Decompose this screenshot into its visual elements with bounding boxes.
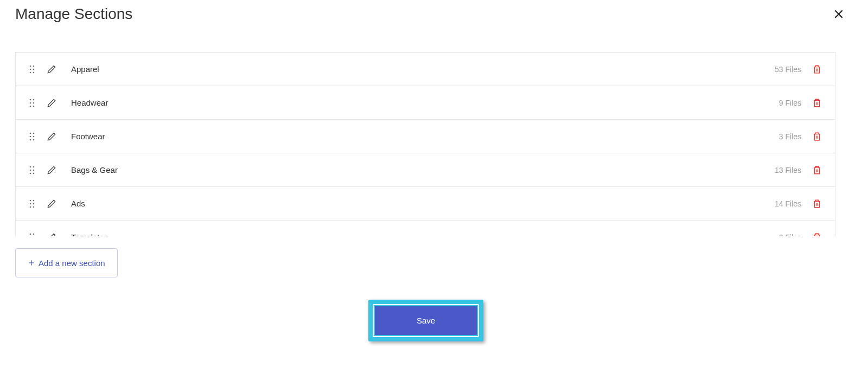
- trash-icon: [812, 64, 822, 74]
- pencil-icon: [46, 131, 57, 142]
- svg-point-31: [33, 206, 35, 208]
- svg-point-12: [30, 105, 31, 107]
- save-button-highlight: Save: [368, 300, 483, 341]
- svg-point-15: [33, 132, 35, 134]
- trash-icon: [812, 199, 822, 209]
- svg-point-18: [30, 139, 31, 140]
- svg-point-23: [33, 169, 35, 171]
- svg-point-25: [33, 172, 35, 174]
- drag-handle-icon: [29, 233, 35, 237]
- svg-point-3: [33, 65, 35, 67]
- section-name-label: Footwear: [71, 132, 779, 141]
- svg-point-5: [33, 68, 35, 70]
- modal-title: Manage Sections: [15, 5, 132, 23]
- svg-point-7: [33, 72, 35, 73]
- svg-point-8: [30, 99, 31, 100]
- svg-point-29: [33, 203, 35, 204]
- svg-point-32: [30, 233, 31, 235]
- drag-handle[interactable]: [29, 99, 35, 107]
- svg-point-9: [33, 99, 35, 100]
- svg-point-30: [30, 206, 31, 208]
- section-name-label: Templates: [71, 232, 779, 236]
- sections-list[interactable]: Apparel 53 Files Headwear 9 Files: [15, 52, 835, 236]
- svg-point-14: [30, 132, 31, 134]
- file-count-label: 0 Files: [779, 233, 801, 237]
- pencil-icon: [46, 232, 57, 237]
- svg-point-4: [30, 68, 31, 70]
- drag-handle[interactable]: [29, 166, 35, 174]
- svg-point-17: [33, 135, 35, 137]
- section-row: Headwear 9 Files: [16, 86, 835, 120]
- drag-handle-icon: [29, 166, 35, 174]
- pencil-icon: [46, 165, 57, 176]
- drag-handle-icon: [29, 199, 35, 208]
- svg-point-10: [30, 102, 31, 104]
- section-row: Bags & Gear 13 Files: [16, 153, 835, 187]
- delete-button[interactable]: [812, 98, 822, 108]
- pencil-icon: [46, 198, 57, 209]
- svg-point-20: [30, 166, 31, 167]
- save-button-label: Save: [417, 316, 435, 325]
- delete-button[interactable]: [812, 232, 822, 237]
- save-button-border: Save: [373, 304, 479, 337]
- section-row: Templates 0 Files: [16, 221, 835, 236]
- section-name-label: Headwear: [71, 98, 779, 107]
- section-name-label: Apparel: [71, 64, 775, 74]
- save-button[interactable]: Save: [375, 306, 477, 335]
- svg-point-16: [30, 135, 31, 137]
- drag-handle-icon: [29, 132, 35, 141]
- pencil-icon: [46, 98, 57, 108]
- trash-icon: [812, 165, 822, 175]
- pencil-icon: [46, 64, 57, 75]
- svg-point-27: [33, 199, 35, 201]
- trash-icon: [812, 98, 822, 108]
- svg-point-13: [33, 105, 35, 107]
- plus-icon: [28, 259, 35, 267]
- file-count-label: 14 Files: [775, 199, 801, 208]
- trash-icon: [812, 132, 822, 141]
- delete-button[interactable]: [812, 132, 822, 141]
- section-name-label: Ads: [71, 199, 775, 208]
- svg-point-24: [30, 172, 31, 174]
- drag-handle[interactable]: [29, 233, 35, 237]
- svg-point-19: [33, 139, 35, 140]
- edit-button[interactable]: [46, 64, 57, 75]
- svg-point-22: [30, 169, 31, 171]
- drag-handle[interactable]: [29, 132, 35, 141]
- close-icon: [833, 9, 844, 20]
- drag-handle[interactable]: [29, 65, 35, 74]
- svg-point-6: [30, 72, 31, 73]
- edit-button[interactable]: [46, 165, 57, 176]
- section-row: Apparel 53 Files: [16, 53, 835, 86]
- delete-button[interactable]: [812, 165, 822, 175]
- add-section-button[interactable]: Add a new section: [15, 248, 118, 277]
- svg-point-26: [30, 199, 31, 201]
- file-count-label: 13 Files: [775, 166, 801, 174]
- drag-handle[interactable]: [29, 199, 35, 208]
- svg-point-28: [30, 203, 31, 204]
- edit-button[interactable]: [46, 131, 57, 142]
- delete-button[interactable]: [812, 64, 822, 74]
- edit-button[interactable]: [46, 198, 57, 209]
- drag-handle-icon: [29, 99, 35, 107]
- trash-icon: [812, 232, 822, 237]
- delete-button[interactable]: [812, 199, 822, 209]
- section-row: Ads 14 Files: [16, 187, 835, 221]
- drag-handle-icon: [29, 65, 35, 74]
- add-section-label: Add a new section: [39, 258, 105, 268]
- section-name-label: Bags & Gear: [71, 165, 775, 174]
- svg-point-21: [33, 166, 35, 167]
- svg-point-2: [30, 65, 31, 67]
- file-count-label: 53 Files: [775, 65, 801, 74]
- close-button[interactable]: [832, 8, 845, 21]
- file-count-label: 9 Files: [779, 99, 801, 107]
- section-row: Footwear 3 Files: [16, 120, 835, 153]
- edit-button[interactable]: [46, 98, 57, 108]
- file-count-label: 3 Files: [779, 132, 801, 141]
- edit-button[interactable]: [46, 232, 57, 237]
- svg-point-33: [33, 233, 35, 235]
- svg-point-11: [33, 102, 35, 104]
